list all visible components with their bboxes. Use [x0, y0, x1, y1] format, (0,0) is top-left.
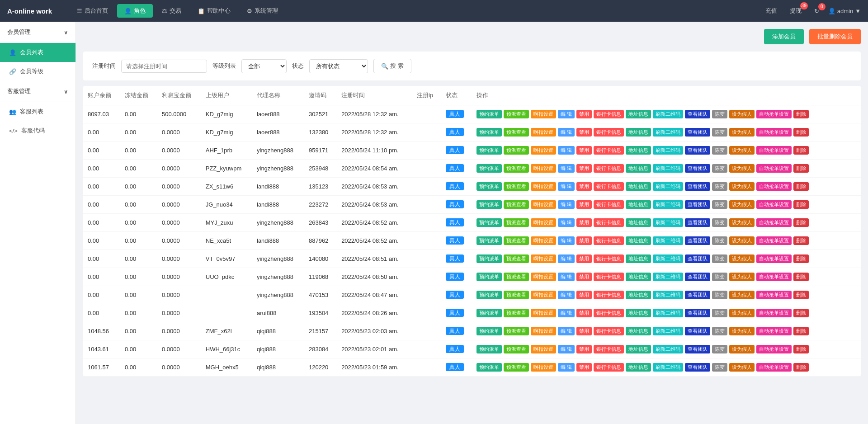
action-btn-刷新二维码[interactable]: 刷新二维码 [653, 236, 683, 245]
action-btn-预约派单[interactable]: 预约派单 [476, 218, 502, 227]
action-btn-银行卡信息[interactable]: 银行卡信息 [594, 327, 624, 335]
action-btn-禁用[interactable]: 禁用 [576, 327, 592, 335]
action-btn-自动抢单设置[interactable]: 自动抢单设置 [756, 218, 792, 227]
action-btn-查看团队[interactable]: 查看团队 [685, 254, 710, 263]
action-btn-地址信息[interactable]: 地址信息 [626, 218, 651, 227]
action-btn-删除[interactable]: 删除 [793, 363, 809, 372]
sidebar-item-service-list[interactable]: 👥 客服列表 [0, 102, 75, 121]
action-btn-预派查看[interactable]: 预派查看 [504, 254, 529, 263]
action-btn-刷新二维码[interactable]: 刷新二维码 [653, 200, 683, 209]
action-btn-删除[interactable]: 删除 [793, 309, 809, 317]
action-btn-设为假人[interactable]: 设为假人 [729, 128, 755, 137]
action-btn-预约派单[interactable]: 预约派单 [476, 345, 502, 353]
action-btn-设为假人[interactable]: 设为假人 [729, 345, 755, 353]
action-btn-刷新二维码[interactable]: 刷新二维码 [653, 254, 683, 263]
action-btn-编 辑[interactable]: 编 辑 [558, 291, 575, 299]
action-btn-查看团队[interactable]: 查看团队 [685, 291, 710, 299]
action-btn-啊扣设置[interactable]: 啊扣设置 [531, 254, 556, 263]
action-btn-地址信息[interactable]: 地址信息 [626, 345, 651, 353]
nav-help[interactable]: 📋 帮助中心 [190, 4, 238, 18]
withdraw-button[interactable]: 提现 39 [786, 5, 805, 17]
action-btn-陈变[interactable]: 陈变 [712, 327, 727, 335]
action-btn-银行卡信息[interactable]: 银行卡信息 [594, 200, 624, 209]
sidebar-item-member-level[interactable]: 🔗 会员等级 [0, 62, 75, 81]
action-btn-编 辑[interactable]: 编 辑 [558, 273, 575, 281]
sidebar-item-service-code[interactable]: </> 客服代码 [0, 121, 75, 140]
action-btn-查看团队[interactable]: 查看团队 [685, 236, 710, 245]
action-btn-陈变[interactable]: 陈变 [712, 218, 727, 227]
action-btn-编 辑[interactable]: 编 辑 [558, 110, 575, 118]
action-btn-预约派单[interactable]: 预约派单 [476, 236, 502, 245]
status-select[interactable]: 所有状态 [309, 59, 368, 73]
admin-menu[interactable]: 👤 admin ▼ [828, 8, 861, 14]
action-btn-地址信息[interactable]: 地址信息 [626, 110, 651, 118]
action-btn-查看团队[interactable]: 查看团队 [685, 309, 710, 317]
sidebar-item-member-list[interactable]: 👤 会员列表 [0, 43, 75, 62]
action-btn-地址信息[interactable]: 地址信息 [626, 182, 651, 191]
action-btn-陈变[interactable]: 陈变 [712, 363, 727, 372]
action-btn-自动抢单设置[interactable]: 自动抢单设置 [756, 291, 792, 299]
action-btn-银行卡信息[interactable]: 银行卡信息 [594, 164, 624, 173]
add-member-button[interactable]: 添加会员 [764, 29, 804, 44]
action-btn-啊扣设置[interactable]: 啊扣设置 [531, 128, 556, 137]
action-btn-禁用[interactable]: 禁用 [576, 236, 592, 245]
action-btn-删除[interactable]: 删除 [793, 182, 809, 191]
batch-delete-button[interactable]: 批量删除会员 [809, 29, 861, 44]
action-btn-禁用[interactable]: 禁用 [576, 200, 592, 209]
action-btn-删除[interactable]: 删除 [793, 327, 809, 335]
action-btn-禁用[interactable]: 禁用 [576, 273, 592, 281]
action-btn-禁用[interactable]: 禁用 [576, 182, 592, 191]
action-btn-地址信息[interactable]: 地址信息 [626, 200, 651, 209]
action-btn-预约派单[interactable]: 预约派单 [476, 327, 502, 335]
action-btn-刷新二维码[interactable]: 刷新二维码 [653, 164, 683, 173]
action-btn-设为假人[interactable]: 设为假人 [729, 309, 755, 317]
action-btn-设为假人[interactable]: 设为假人 [729, 182, 755, 191]
action-btn-银行卡信息[interactable]: 银行卡信息 [594, 291, 624, 299]
action-btn-银行卡信息[interactable]: 银行卡信息 [594, 128, 624, 137]
action-btn-预约派单[interactable]: 预约派单 [476, 128, 502, 137]
action-btn-预派查看[interactable]: 预派查看 [504, 164, 529, 173]
action-btn-预派查看[interactable]: 预派查看 [504, 291, 529, 299]
action-btn-预派查看[interactable]: 预派查看 [504, 327, 529, 335]
action-btn-地址信息[interactable]: 地址信息 [626, 273, 651, 281]
action-btn-查看团队[interactable]: 查看团队 [685, 182, 710, 191]
action-btn-编 辑[interactable]: 编 辑 [558, 200, 575, 209]
action-btn-编 辑[interactable]: 编 辑 [558, 146, 575, 155]
action-btn-刷新二维码[interactable]: 刷新二维码 [653, 273, 683, 281]
action-btn-自动抢单设置[interactable]: 自动抢单设置 [756, 128, 792, 137]
action-btn-删除[interactable]: 删除 [793, 164, 809, 173]
action-btn-陈变[interactable]: 陈变 [712, 110, 727, 118]
action-btn-银行卡信息[interactable]: 银行卡信息 [594, 110, 624, 118]
action-btn-预约派单[interactable]: 预约派单 [476, 309, 502, 317]
refresh-button[interactable]: ↻ 0 [811, 6, 823, 16]
action-btn-设为假人[interactable]: 设为假人 [729, 218, 755, 227]
action-btn-预派查看[interactable]: 预派查看 [504, 128, 529, 137]
action-btn-预派查看[interactable]: 预派查看 [504, 110, 529, 118]
action-btn-自动抢单设置[interactable]: 自动抢单设置 [756, 146, 792, 155]
nav-role[interactable]: 👤 角色 [117, 4, 153, 18]
action-btn-地址信息[interactable]: 地址信息 [626, 164, 651, 173]
action-btn-查看团队[interactable]: 查看团队 [685, 218, 710, 227]
action-btn-啊扣设置[interactable]: 啊扣设置 [531, 273, 556, 281]
action-btn-查看团队[interactable]: 查看团队 [685, 363, 710, 372]
action-btn-删除[interactable]: 删除 [793, 200, 809, 209]
action-btn-陈变[interactable]: 陈变 [712, 128, 727, 137]
action-btn-禁用[interactable]: 禁用 [576, 128, 592, 137]
action-btn-删除[interactable]: 删除 [793, 146, 809, 155]
action-btn-啊扣设置[interactable]: 啊扣设置 [531, 164, 556, 173]
action-btn-编 辑[interactable]: 编 辑 [558, 254, 575, 263]
action-btn-删除[interactable]: 删除 [793, 345, 809, 353]
action-btn-地址信息[interactable]: 地址信息 [626, 128, 651, 137]
action-btn-设为假人[interactable]: 设为假人 [729, 363, 755, 372]
action-btn-预派查看[interactable]: 预派查看 [504, 146, 529, 155]
action-btn-删除[interactable]: 删除 [793, 254, 809, 263]
action-btn-地址信息[interactable]: 地址信息 [626, 363, 651, 372]
action-btn-银行卡信息[interactable]: 银行卡信息 [594, 309, 624, 317]
action-btn-预派查看[interactable]: 预派查看 [504, 273, 529, 281]
action-btn-删除[interactable]: 删除 [793, 273, 809, 281]
action-btn-禁用[interactable]: 禁用 [576, 363, 592, 372]
action-btn-啊扣设置[interactable]: 啊扣设置 [531, 110, 556, 118]
action-btn-查看团队[interactable]: 查看团队 [685, 273, 710, 281]
action-btn-刷新二维码[interactable]: 刷新二维码 [653, 110, 683, 118]
action-btn-刷新二维码[interactable]: 刷新二维码 [653, 146, 683, 155]
